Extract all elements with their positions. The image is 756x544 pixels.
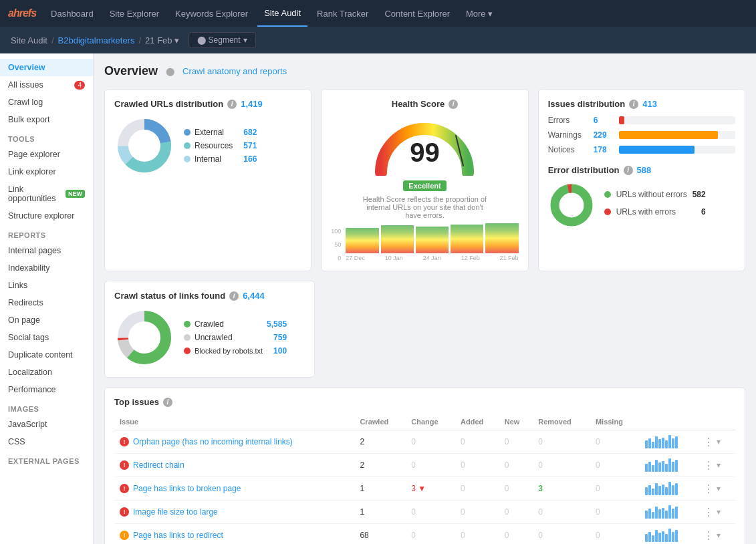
- crawled-urls-card: Crawled URLs distribution i 1,419: [104, 89, 311, 271]
- crawl-status-donut: [114, 307, 174, 368]
- top-grid: Crawled URLs distribution i 1,419: [104, 89, 745, 271]
- row-expand-4[interactable]: ▾: [717, 531, 721, 540]
- row-actions-4: ⋮ ▾: [702, 529, 730, 542]
- issues-dist-count: 413: [642, 99, 657, 109]
- health-score-badge: Excellent: [403, 180, 446, 191]
- top-issues-card: Top issues i Issue Crawled Change Added …: [104, 387, 745, 544]
- nav-keywords-explorer[interactable]: Keywords Explorer: [168, 0, 255, 27]
- error-dist-info-icon[interactable]: i: [624, 166, 633, 175]
- sidebar-item-css[interactable]: CSS: [0, 433, 93, 450]
- crawled-urls-legend: External 682 Resources 571 Internal 166: [184, 128, 257, 164]
- sidebar-item-crawl-log[interactable]: Crawl log: [0, 94, 93, 111]
- warning-icon: !: [120, 531, 129, 540]
- row-actions-3: ⋮ ▾: [702, 506, 730, 519]
- top-issues-info-icon[interactable]: i: [163, 398, 172, 407]
- sidebar-item-overview[interactable]: Overview: [0, 59, 93, 76]
- col-removed: Removed: [533, 414, 590, 430]
- legend-internal: Internal 166: [184, 154, 257, 164]
- row-actions-1: ⋮ ▾: [702, 459, 730, 472]
- page-title: Overview: [104, 64, 158, 78]
- breadcrumb-project[interactable]: B2bdigitalmarketers: [58, 35, 135, 45]
- health-score-title: Health Score i: [331, 99, 518, 109]
- sidebar-item-localization[interactable]: Localization: [0, 364, 93, 381]
- legend-crawled: Crawled 5,585: [184, 319, 287, 329]
- col-crawled: Crawled: [354, 414, 406, 430]
- col-issue: Issue: [114, 414, 354, 430]
- error-icon: !: [120, 484, 129, 493]
- row-expand-0[interactable]: ▾: [717, 437, 721, 446]
- row-expand-1[interactable]: ▾: [717, 460, 721, 470]
- sidebar-item-on-page[interactable]: On page: [0, 311, 93, 329]
- sidebar-item-performance[interactable]: Performance: [0, 381, 93, 398]
- row-menu-3[interactable]: ⋮: [702, 506, 715, 519]
- crawl-status-info-icon[interactable]: i: [229, 291, 239, 301]
- sidebar-item-social-tags[interactable]: Social tags: [0, 329, 93, 346]
- issue-name-4[interactable]: Page has links to redirect: [133, 531, 223, 540]
- health-score-number: 99: [371, 139, 478, 166]
- health-score-card: Health Score i: [321, 89, 528, 271]
- row-actions-0: ⋮ ▾: [702, 436, 730, 448]
- issues-distribution-card: Issues distribution i 413 Errors 6 Warni…: [538, 89, 745, 271]
- sidebar-item-redirects[interactable]: Redirects: [0, 294, 93, 311]
- col-actions: [697, 414, 735, 430]
- table-row: ! Image file size too large 1 0 0 0 0 0 …: [114, 501, 735, 524]
- nav-content-explorer[interactable]: Content Explorer: [378, 0, 457, 27]
- segment-button[interactable]: ⬤ Segment ▾: [188, 32, 256, 48]
- row-menu-0[interactable]: ⋮: [702, 436, 715, 448]
- legend-dot-internal: [184, 156, 191, 162]
- sidebar-item-page-explorer[interactable]: Page explorer: [0, 146, 93, 163]
- error-dist-chart-row: URLs without errors 582 URLs with errors…: [548, 182, 735, 229]
- row-actions-2: ⋮ ▾: [702, 483, 730, 495]
- top-nav: ahrefs Dashboard Site Explorer Keywords …: [0, 0, 756, 27]
- sparkline-0: [645, 435, 691, 448]
- sidebar-item-bulk-export[interactable]: Bulk export: [0, 111, 93, 128]
- row-expand-3[interactable]: ▾: [717, 507, 721, 517]
- issue-name-0[interactable]: Orphan page (has no incoming internal li…: [133, 437, 293, 446]
- link-opps-new-badge: NEW: [66, 190, 85, 198]
- issue-name-1[interactable]: Redirect chain: [133, 460, 184, 470]
- sidebar-section-images: Images: [0, 398, 93, 416]
- main-content: Overview ⬤ Crawl anatomy and reports Cra…: [94, 53, 756, 544]
- issues-dist-rows: Errors 6 Warnings 229 Noti: [548, 116, 735, 154]
- row-menu-4[interactable]: ⋮: [702, 529, 715, 542]
- sidebar-item-all-issues[interactable]: All issues 4: [0, 76, 93, 94]
- nav-more[interactable]: More ▾: [459, 9, 499, 19]
- top-issues-header: Top issues i: [114, 397, 735, 407]
- issue-name-2[interactable]: Page has links to broken page: [133, 484, 241, 493]
- nav-dashboard[interactable]: Dashboard: [44, 0, 100, 27]
- table-header-row: Issue Crawled Change Added New Removed M…: [114, 414, 735, 430]
- sidebar-section-tools: Tools: [0, 128, 93, 146]
- issue-dist-warnings: Warnings 229: [548, 130, 735, 140]
- sidebar-item-structure-explorer[interactable]: Structure explorer: [0, 207, 93, 225]
- col-change: Change: [406, 414, 455, 430]
- nav-site-explorer[interactable]: Site Explorer: [103, 0, 166, 27]
- health-score-info-icon[interactable]: i: [449, 100, 458, 109]
- crawl-status-title: Crawl status of links found i 6,444: [114, 291, 305, 301]
- sidebar-item-link-opportunities[interactable]: Link opportunities NEW: [0, 180, 93, 207]
- legend-no-errors: URLs without errors 582: [604, 190, 706, 199]
- row-menu-1[interactable]: ⋮: [702, 459, 715, 472]
- breadcrumb-date[interactable]: 21 Feb ▾: [145, 35, 178, 45]
- crawl-anatomy-link[interactable]: Crawl anatomy and reports: [182, 66, 287, 76]
- issue-name-3[interactable]: Image file size too large: [133, 507, 218, 517]
- sidebar-item-duplicate-content[interactable]: Duplicate content: [0, 346, 93, 364]
- crawled-urls-info-icon[interactable]: i: [227, 100, 237, 109]
- crawled-urls-title: Crawled URLs distribution i 1,419: [114, 99, 301, 109]
- sidebar: Overview All issues 4 Crawl log Bulk exp…: [0, 53, 94, 544]
- sidebar-item-links[interactable]: Links: [0, 277, 93, 294]
- error-icon: !: [120, 460, 129, 470]
- row-menu-2[interactable]: ⋮: [702, 483, 715, 495]
- health-score-gauge: 99: [371, 116, 478, 178]
- nav-site-audit[interactable]: Site Audit: [257, 0, 307, 27]
- sidebar-item-javascript[interactable]: JavaScript: [0, 416, 93, 433]
- sparkline-4: [645, 529, 691, 542]
- issues-dist-info-icon[interactable]: i: [629, 100, 638, 109]
- health-score-description: Health Score reflects the proportion of …: [358, 195, 491, 219]
- nav-rank-tracker[interactable]: Rank Tracker: [310, 0, 375, 27]
- sidebar-item-link-explorer[interactable]: Link explorer: [0, 163, 93, 180]
- legend-dot-resources: [184, 142, 191, 149]
- health-score-mini-chart: 100 50 0: [331, 225, 518, 261]
- sidebar-item-indexability[interactable]: Indexability: [0, 259, 93, 277]
- row-expand-2[interactable]: ▾: [717, 484, 721, 493]
- sidebar-item-internal-pages[interactable]: Internal pages: [0, 242, 93, 259]
